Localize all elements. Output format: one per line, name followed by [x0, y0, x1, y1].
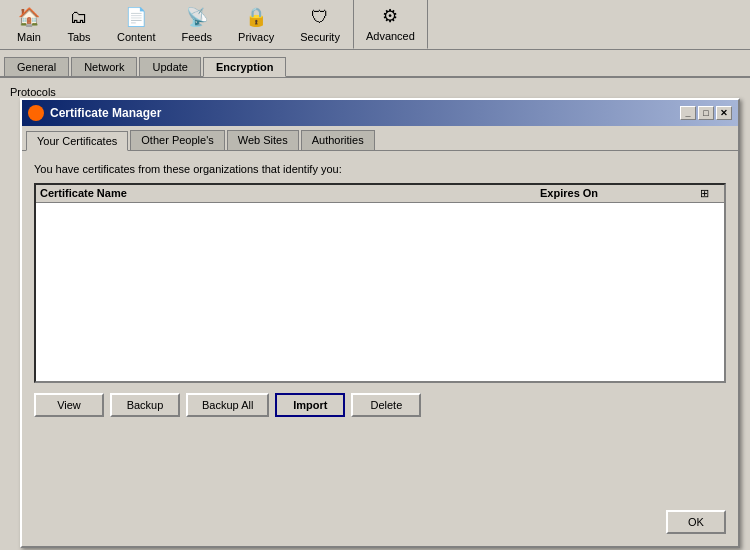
certificate-table[interactable]: Certificate Name Expires On ⊞ [34, 183, 726, 383]
ok-button[interactable]: OK [666, 510, 726, 534]
toolbar-advanced[interactable]: ⚙ Advanced [353, 0, 428, 49]
dialog-body: You have certificates from these organiz… [22, 151, 738, 429]
certificate-manager-dialog: Certificate Manager _ □ ✕ Your Certifica… [20, 98, 740, 548]
feeds-icon: 📡 [185, 5, 209, 29]
view-button[interactable]: View [34, 393, 104, 417]
firefox-icon [28, 105, 44, 121]
toolbar-content-label: Content [117, 31, 156, 43]
tab-encryption[interactable]: Encryption [203, 57, 286, 77]
backup-button[interactable]: Backup [110, 393, 180, 417]
tab-update[interactable]: Update [139, 57, 200, 76]
col-expires: Expires On [540, 187, 700, 200]
titlebar-buttons: _ □ ✕ [680, 106, 732, 120]
protocols-label: Protocols [8, 86, 742, 98]
advanced-icon: ⚙ [378, 4, 402, 28]
toolbar-main[interactable]: 🏠 Main [4, 0, 54, 49]
main-content: Protocols Certificate Manager _ □ ✕ [0, 78, 750, 550]
toolbar: 🏠 Main 🗂 Tabs 📄 Content 📡 Feeds 🔒 Privac… [0, 0, 750, 50]
minimize-button[interactable]: _ [680, 106, 696, 120]
tab-your-certificates[interactable]: Your Certificates [26, 131, 128, 151]
backup-all-button[interactable]: Backup All [186, 393, 269, 417]
main-icon: 🏠 [17, 5, 41, 29]
tab-general[interactable]: General [4, 57, 69, 76]
tab-authorities[interactable]: Authorities [301, 130, 375, 150]
tabs-icon: 🗂 [67, 5, 91, 29]
toolbar-main-label: Main [17, 31, 41, 43]
col-cert-name: Certificate Name [40, 187, 500, 200]
dialog-footer: OK [666, 510, 726, 534]
delete-button[interactable]: Delete [351, 393, 421, 417]
table-header: Certificate Name Expires On ⊞ [36, 185, 724, 203]
import-button[interactable]: Import [275, 393, 345, 417]
dialog-actions: View Backup Backup All Import Delete [34, 383, 726, 417]
dialog-tab-bar: Your Certificates Other People's Web Sit… [22, 126, 738, 151]
tab-other-peoples[interactable]: Other People's [130, 130, 224, 150]
toolbar-advanced-label: Advanced [366, 30, 415, 42]
col-sort-icon: ⊞ [700, 187, 720, 200]
toolbar-feeds[interactable]: 📡 Feeds [169, 0, 226, 49]
toolbar-privacy-label: Privacy [238, 31, 274, 43]
security-icon: 🛡 [308, 5, 332, 29]
dialog-title-text: Certificate Manager [50, 106, 161, 120]
dialog-titlebar: Certificate Manager _ □ ✕ [22, 100, 738, 126]
toolbar-privacy[interactable]: 🔒 Privacy [225, 0, 287, 49]
col-spacer [500, 187, 540, 200]
maximize-button[interactable]: □ [698, 106, 714, 120]
dialog-description: You have certificates from these organiz… [34, 163, 726, 175]
toolbar-security[interactable]: 🛡 Security [287, 0, 353, 49]
toolbar-feeds-label: Feeds [182, 31, 213, 43]
toolbar-tabs[interactable]: 🗂 Tabs [54, 0, 104, 49]
close-button[interactable]: ✕ [716, 106, 732, 120]
tab-web-sites[interactable]: Web Sites [227, 130, 299, 150]
toolbar-content[interactable]: 📄 Content [104, 0, 169, 49]
tab-network[interactable]: Network [71, 57, 137, 76]
toolbar-tabs-label: Tabs [67, 31, 90, 43]
privacy-icon: 🔒 [244, 5, 268, 29]
dialog-title-area: Certificate Manager [28, 105, 161, 121]
tab-bar: General Network Update Encryption [0, 50, 750, 78]
content-icon: 📄 [124, 5, 148, 29]
toolbar-security-label: Security [300, 31, 340, 43]
